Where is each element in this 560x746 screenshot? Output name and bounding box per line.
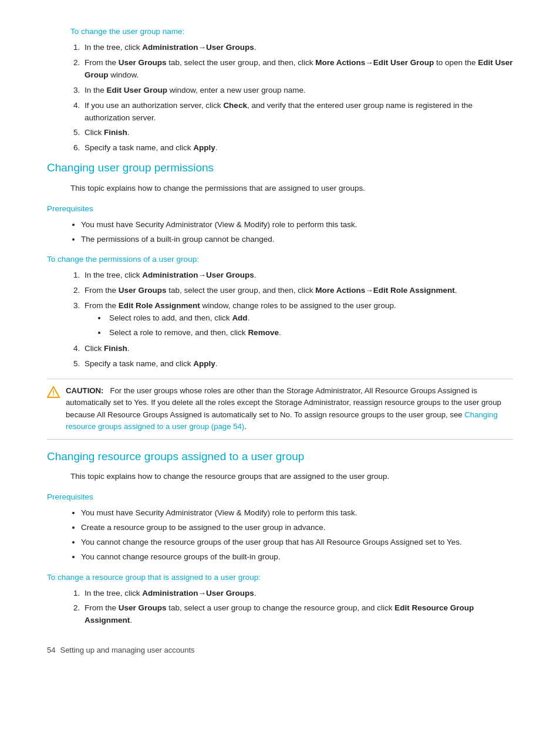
section1-procedure-heading: To change the permissions of a user grou… — [47, 254, 513, 266]
section2-steps-list: In the tree, click Administration→User G… — [70, 588, 513, 627]
top-step-1: In the tree, click Administration→User G… — [82, 42, 513, 54]
s2-prereq-4: You cannot change resource groups of the… — [81, 551, 513, 563]
s1-sub-item-2: Select a role to remove, and then, click… — [107, 327, 513, 339]
s1-step-1: In the tree, click Administration→User G… — [82, 269, 513, 282]
section2-intro: This topic explains how to change the re… — [70, 471, 513, 483]
top-step-6: Specify a task name, and click Apply. — [82, 142, 513, 154]
s1-sub-item-1: Select roles to add, and then, click Add… — [107, 312, 513, 325]
caution-icon: ! — [47, 386, 60, 399]
top-steps-list: In the tree, click Administration→User G… — [70, 42, 513, 154]
section1-steps-list: In the tree, click Administration→User G… — [70, 269, 513, 370]
s1-step-2: From the User Groups tab, select the use… — [82, 285, 513, 297]
top-step-3: In the Edit User Group window, enter a n… — [82, 85, 513, 97]
caution-body: For the user groups whose roles are othe… — [66, 386, 501, 419]
s1-sub-list: Select roles to add, and then, click Add… — [96, 312, 513, 339]
caution-box: ! CAUTION: For the user groups whose rol… — [47, 379, 513, 440]
section2-procedure-heading: To change a resource group that is assig… — [47, 572, 513, 584]
top-step-2: From the User Groups tab, select the use… — [82, 57, 513, 82]
page-number: 54 — [47, 644, 55, 656]
svg-text:!: ! — [52, 389, 55, 397]
section1-prereq-list: You must have Security Administrator (Vi… — [70, 219, 513, 246]
section1-prereq-heading: Prerequisites — [47, 203, 513, 215]
s2-prereq-1: You must have Security Administrator (Vi… — [81, 507, 513, 519]
prereq-item-2: The permissions of a built-in group cann… — [81, 234, 513, 246]
s1-step-4: Click Finish. — [82, 343, 513, 355]
section1-intro: This topic explains how to change the pe… — [70, 183, 513, 195]
section2-heading: Changing resource groups assigned to a u… — [47, 448, 513, 465]
s2-prereq-3: You cannot change the resource groups of… — [81, 536, 513, 549]
top-step-4: If you use an authorization server, clic… — [82, 100, 513, 124]
caution-label: CAUTION: — [66, 386, 103, 395]
top-procedure-heading: To change the user group name: — [70, 26, 513, 38]
s2-prereq-2: Create a resource group to be assigned t… — [81, 522, 513, 534]
section2-prereq-heading: Prerequisites — [47, 491, 513, 504]
page-footer: 54 Setting up and managing user accounts — [47, 644, 513, 656]
prereq-item-1: You must have Security Administrator (Vi… — [81, 219, 513, 231]
footer-text: Setting up and managing user accounts — [60, 644, 194, 656]
s2-step-2: From the User Groups tab, select a user … — [82, 602, 513, 627]
section2-prereq-list: You must have Security Administrator (Vi… — [70, 507, 513, 563]
section1-heading: Changing user group permissions — [47, 159, 513, 176]
s1-step-5: Specify a task name, and click Apply. — [82, 358, 513, 370]
caution-after: . — [244, 422, 247, 431]
caution-text: CAUTION: For the user groups whose roles… — [66, 385, 513, 433]
s1-step-3: From the Edit Role Assignment window, ch… — [82, 300, 513, 339]
top-step-5: Click Finish. — [82, 127, 513, 139]
s2-step-1: In the tree, click Administration→User G… — [82, 588, 513, 600]
